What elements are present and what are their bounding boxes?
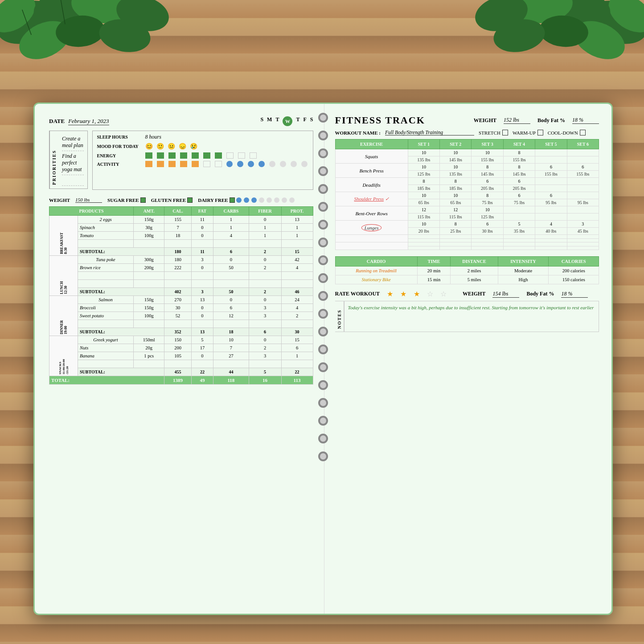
bor-s1-r2: 115 lbs <box>408 213 439 221</box>
fitness-header: FITNESS TRACK WEIGHT 152 lbs Body Fat % … <box>335 115 599 126</box>
lunch-subtotal-row: SUBTOTAL: 402 3 50 2 46 <box>49 288 313 296</box>
gluten-free-checkbox <box>187 197 193 203</box>
squats-name: Squats <box>335 149 408 164</box>
dairy-water-7 <box>282 197 287 203</box>
time-header: TIME <box>417 257 451 267</box>
total-fat: 49 <box>191 376 213 385</box>
sleep-row: SLEEP HOURS 8 hours <box>97 134 308 140</box>
sp-s3-r1: 8 <box>472 192 503 199</box>
activity-water-4 <box>258 161 265 167</box>
bent-over-rows-name: Bent-Over Rows <box>335 206 408 221</box>
distance-header: DISTANCE <box>451 257 498 267</box>
mood-row: MOOD FOR TODAY 😊 🙂 😐 😞 😢 <box>97 143 308 150</box>
lunch-label: LUNCH12:30 <box>49 256 78 296</box>
exercise-lunges-name: Lunges 10 8 6 5 4 3 <box>335 221 599 228</box>
shoulder-press-text: Shoulder Press <box>354 196 384 201</box>
rate-label: RATE WORKOUT <box>335 291 380 297</box>
dinner-subtotal-carbs: 18 <box>213 328 249 336</box>
breakfast-item-1-prot: 13 <box>281 216 313 224</box>
dinner-item-3-prot: 2 <box>281 312 313 320</box>
ex-header-set4: SET 4 <box>503 139 535 149</box>
ex-header-set6: SET 6 <box>567 139 599 149</box>
ring-5 <box>318 184 328 194</box>
shoulder-press-name: Shoulder Press ✓ <box>335 192 408 206</box>
total-cal: 1389 <box>164 376 191 385</box>
sp-s1-r1: 10 <box>408 192 439 199</box>
snacks-item-2-amt: 20g <box>133 344 164 352</box>
end-body-fat-label: Body Fat % <box>526 291 554 297</box>
cardio-row-1: Running on Treadmill 20 min 2 miles Mode… <box>335 267 599 275</box>
cardio-row-2: Stationary Bike 15 min 5 miles High 150 … <box>335 275 599 284</box>
dinner-item-1-prot: 24 <box>281 296 313 304</box>
ring-2 <box>318 131 328 140</box>
dl-s2-r1: 8 <box>440 178 472 185</box>
day-s1: S <box>260 116 263 126</box>
snacks-row-2: Nuts 20g 200 17 7 2 6 <box>49 344 313 352</box>
snacks-item-1-fat: 5 <box>191 336 213 344</box>
exercise-deadlifts-name: Deadlifts 8 8 6 6 <box>335 178 599 185</box>
day-f: F <box>303 116 306 126</box>
cool-down-checkbox <box>580 130 586 135</box>
date-label: DATE <box>49 118 65 125</box>
ring-19 <box>318 434 328 443</box>
gluten-free-item: GLUTEN FREE <box>151 197 193 203</box>
snacks-item-2-name: Nuts <box>78 344 134 352</box>
bp-s2-r1: 10 <box>440 164 472 171</box>
energy-label: ENERGY <box>97 153 142 158</box>
warm-up-checkbox <box>537 130 543 135</box>
dinner-item-3-name: Sweet potato <box>78 312 134 320</box>
snacks-subtotal-fiber: 5 <box>249 368 281 376</box>
total-carbs: 118 <box>213 376 249 385</box>
bp-s2-r2: 135 lbs <box>440 171 472 178</box>
lu-s1-r1: 10 <box>408 221 439 228</box>
dl-s4-r2: 205 lbs <box>503 185 535 192</box>
weight-value: 150 lbs <box>75 197 102 203</box>
lunch-item-2-fat: 0 <box>191 264 213 272</box>
ring-7 <box>318 220 328 230</box>
dl-s3-r1: 6 <box>472 178 503 185</box>
day-t1: T <box>275 116 279 126</box>
ring-1 <box>318 113 328 123</box>
breakfast-item-2-fat: 0 <box>191 224 213 232</box>
lunch-row-1: LUNCH12:30 Tuna poke 300g 180 3 0 0 42 <box>49 256 313 264</box>
squats-s3-r1: 10 <box>472 149 503 156</box>
dairy-free-item: DAIRY FREE <box>198 197 295 203</box>
body-fat-value: 18 % <box>572 117 599 124</box>
dl-s3-r2: 205 lbs <box>472 185 503 192</box>
bp-s1-r1: 10 <box>408 164 439 171</box>
emoji-neutral: 😐 <box>168 143 175 150</box>
cardio-2-calories: 150 calories <box>549 275 599 284</box>
activity-box-4 <box>180 161 187 167</box>
col-amt: AMT. <box>133 207 164 216</box>
snacks-item-3-amt: 1 pcs <box>133 352 164 360</box>
snacks-item-3-fiber: 3 <box>249 352 281 360</box>
fitness-meta: WEIGHT 152 lbs Body Fat % 18 % <box>474 117 599 124</box>
breakfast-row-3: Tomato 100g 18 0 4 1 1 <box>49 232 313 240</box>
cardio-1-calories: 200 calories <box>549 267 599 275</box>
lunch-item-1-amt: 300g <box>133 256 164 264</box>
sp-s5-r1: 6 <box>535 192 567 199</box>
snacks-item-1-prot: 15 <box>281 336 313 344</box>
lunch-row-3 <box>49 272 313 280</box>
mood-label: MOOD FOR TODAY <box>97 144 142 149</box>
ex-header-set3: SET 3 <box>472 139 503 149</box>
sleep-mood-section: SLEEP HOURS 8 hours MOOD FOR TODAY 😊 🙂 😐… <box>92 131 313 190</box>
bor-s1-r1: 12 <box>408 206 439 213</box>
cardio-2-intensity: High <box>498 275 549 284</box>
bor-s2-r1: 12 <box>440 206 472 213</box>
bp-s6-r1: 6 <box>567 164 599 171</box>
dinner-item-2-amt: 150g <box>133 304 164 312</box>
breakfast-subtotal-label: SUBTOTAL: <box>78 248 164 256</box>
energy-box-10 <box>250 152 257 159</box>
snacks-subtotal-prot: 22 <box>281 368 313 376</box>
star-4: ☆ <box>427 290 433 298</box>
energy-box-1 <box>145 152 152 159</box>
warm-up-label: WARM-UP <box>513 130 536 135</box>
lunch-item-1-prot: 42 <box>281 256 313 264</box>
exercise-shoulder-press-name: Shoulder Press ✓ 10 10 8 6 6 <box>335 192 599 199</box>
breakfast-row-1: BREAKFAST8:30 2 eggs 150g 155 11 1 0 13 <box>49 216 313 224</box>
fitness-title: FITNESS TRACK <box>335 115 425 126</box>
star-1: ★ <box>387 290 393 298</box>
dinner-item-2-carbs: 6 <box>213 304 249 312</box>
breakfast-subtotal-row: SUBTOTAL: 180 11 6 2 15 <box>49 248 313 256</box>
